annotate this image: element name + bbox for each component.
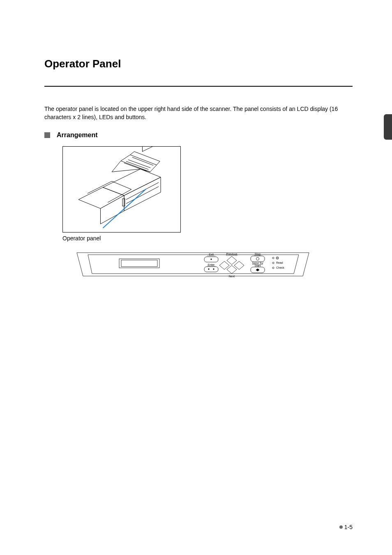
next-label: Next bbox=[229, 275, 235, 278]
panel-drawing-icon: Exit Enter Previous Next Stop Send To/ S… bbox=[75, 251, 311, 279]
scanner-drawing-icon bbox=[63, 147, 180, 232]
svg-rect-11 bbox=[204, 267, 218, 272]
page-footer: 1-5 bbox=[339, 524, 353, 530]
read-label: Read bbox=[276, 261, 283, 264]
svg-line-3 bbox=[132, 157, 154, 165]
svg-point-10 bbox=[211, 258, 212, 259]
svg-point-20 bbox=[272, 267, 274, 269]
svg-rect-14 bbox=[251, 256, 265, 262]
title-rule bbox=[44, 86, 353, 87]
figure-caption: Operator panel bbox=[62, 235, 353, 242]
section-heading: Arrangement bbox=[57, 131, 98, 139]
svg-point-15 bbox=[256, 257, 259, 260]
check-label: Check bbox=[276, 266, 284, 269]
square-bullet-icon bbox=[44, 132, 50, 138]
scanner-illustration bbox=[62, 146, 181, 233]
svg-rect-8 bbox=[121, 260, 157, 267]
enter-label: Enter bbox=[208, 263, 215, 266]
intro-paragraph: The operator panel is located on the upp… bbox=[44, 105, 353, 122]
svg-point-12 bbox=[208, 268, 209, 269]
svg-point-19 bbox=[272, 262, 274, 264]
previous-label: Previous bbox=[226, 253, 238, 256]
exit-label: Exit bbox=[209, 253, 214, 256]
svg-rect-4 bbox=[143, 147, 157, 152]
svg-point-17 bbox=[272, 257, 274, 259]
svg-point-13 bbox=[213, 268, 214, 269]
page-content: Operator Panel The operator panel is loc… bbox=[0, 0, 392, 555]
footer-bullet-icon bbox=[339, 525, 343, 529]
page-title: Operator Panel bbox=[44, 58, 353, 70]
page-number: 1-5 bbox=[344, 524, 353, 530]
section-header-row: Arrangement bbox=[44, 131, 353, 139]
operator-panel-diagram: Exit Enter Previous Next Stop Send To/ S… bbox=[75, 251, 311, 279]
